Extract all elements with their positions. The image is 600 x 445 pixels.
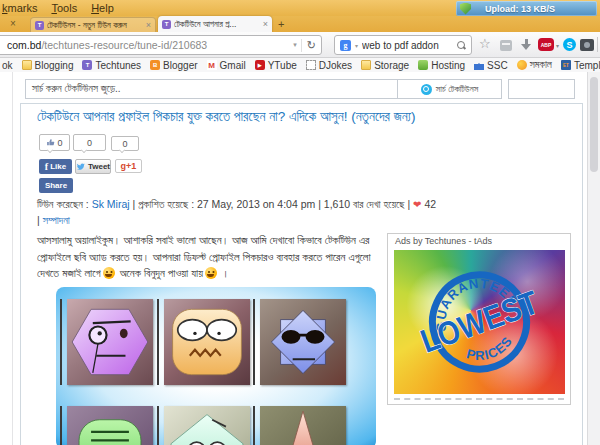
browser-window: kmarks Tools Help Upload: 13 KB/S × T টে… — [0, 0, 600, 445]
ad-banner-image[interactable]: GUARANTEED PRICES LOWEST — [394, 250, 565, 394]
bookmark-templates[interactable]: ETTemplates — [561, 60, 600, 71]
edit-link[interactable]: সম্পাদনা — [43, 214, 70, 226]
bookmark-label: YTube — [268, 60, 297, 71]
facebook-like-count: 0 — [39, 134, 70, 151]
bookmark-label: Hosting — [431, 60, 465, 71]
tweet-label: Tweet — [88, 162, 110, 171]
share-label: Share — [45, 181, 67, 190]
avatar-mint-pentagon — [164, 406, 250, 445]
bookmark-djokes[interactable]: DJokes — [306, 60, 352, 71]
article-container: টেকটিউনে আপনার প্রফাইল পিকচার যুক্ত করতে… — [20, 103, 583, 445]
new-tab-button[interactable]: + — [278, 18, 284, 30]
youtube-icon: ▶ — [255, 60, 265, 70]
site-search-button[interactable]: সার্চ টেকটিউনস — [397, 80, 501, 98]
search-input[interactable]: web to pdf addon — [362, 40, 453, 51]
hosting-icon — [418, 60, 428, 70]
bookmark-ssc[interactable]: SSC — [474, 60, 508, 71]
menu-bookmarks[interactable]: kmarks — [2, 2, 37, 14]
ads-header-label: Ads by Techtunes - tAds — [395, 236, 570, 246]
tweet-button[interactable]: Tweet — [75, 159, 111, 174]
bookmarks-bar: ok Blogging TTechtunes BBlogger MGmail ▶… — [0, 58, 600, 72]
avatar-star-sunglasses — [260, 299, 346, 385]
templates-icon: ET — [561, 60, 571, 70]
bookmark-techtunes[interactable]: TTechtunes — [82, 60, 141, 71]
url-bar[interactable]: com.bd /techtunes-resource/tune-id/21068… — [0, 35, 322, 55]
search-engine-dropdown-icon[interactable]: ▾ — [355, 42, 358, 49]
thumb-up-icon — [46, 138, 55, 147]
count-value: 0 — [57, 138, 62, 148]
toolbar-divider — [597, 37, 598, 52]
bookmark-label: Gmail — [220, 60, 246, 71]
avatar-hexagon-monocle — [67, 299, 153, 385]
facebook-like-button[interactable]: f Like — [39, 159, 72, 174]
plus-one-label: g+1 — [121, 161, 137, 171]
published-date: প্রকাশিত হয়েছে : 27 May, 2013 on 4:04 p… — [138, 198, 315, 210]
author-link[interactable]: Sk Miraj — [92, 198, 130, 210]
google-icon: g — [340, 40, 351, 51]
plus-one-count: 0 — [111, 136, 139, 151]
count-value: 0 — [87, 138, 92, 148]
avatar-worried-face — [164, 299, 250, 385]
bookmark-ok[interactable]: ok — [2, 60, 13, 71]
close-tab-icon[interactable]: × — [146, 20, 151, 30]
skype-icon[interactable]: S — [563, 38, 576, 51]
home-icon — [474, 64, 484, 70]
search-engine-box[interactable]: g ▾ web to pdf addon — [334, 35, 472, 55]
page-left-edge — [12, 72, 13, 445]
bookmark-label: Blogging — [35, 60, 74, 71]
count-value: 0 — [122, 139, 127, 149]
tab-profile-picture-tune[interactable]: T টেকটিউনে আপনার প্র... × — [158, 16, 272, 32]
close-tab-icon[interactable]: × — [10, 18, 16, 29]
dashed-box-icon — [306, 60, 316, 70]
bookmark-blogger[interactable]: BBlogger — [150, 60, 197, 71]
bookmark-label: DJokes — [319, 60, 352, 71]
history-archive-icon[interactable] — [500, 40, 512, 51]
header-side-box[interactable] — [508, 79, 575, 99]
bookmark-blogging[interactable]: Blogging — [22, 60, 74, 71]
site-search-bar[interactable]: সার্চ করুন টেকটিউনস জুড়ে.. সার্চ টেকটিউ… — [25, 79, 502, 99]
adblock-dropdown-icon[interactable]: ▾ — [556, 42, 559, 49]
google-plus-one-button[interactable]: g+1 — [115, 159, 142, 173]
bookmark-label: Techtunes — [95, 60, 141, 71]
reload-icon[interactable]: ↻ — [301, 39, 316, 52]
techtunes-icon: T — [82, 60, 92, 70]
folder-icon — [22, 60, 32, 70]
bookmark-gmail[interactable]: MGmail — [207, 60, 246, 71]
bookmark-label: Templates — [574, 60, 600, 71]
facebook-icon: f — [45, 161, 48, 172]
page-scrollbar[interactable] — [587, 72, 600, 445]
navigation-toolbar: com.bd /techtunes-resource/tune-id/21068… — [0, 32, 600, 58]
downloads-icon[interactable] — [521, 39, 532, 50]
facebook-share-button[interactable]: Share — [39, 178, 73, 193]
sidebar-ad-box: Ads by Techtunes - tAds GUARANTEED PRICE… — [387, 233, 571, 405]
tab-strip: × T টেকটিউনস - নতুন টিউন করুন × T টেকটিউ… — [0, 16, 600, 32]
search-icon[interactable] — [457, 41, 466, 50]
bookmark-hosting[interactable]: Hosting — [418, 60, 465, 71]
bookmark-ytube[interactable]: ▶YTube — [255, 60, 297, 71]
menu-tools[interactable]: Tools — [51, 2, 77, 14]
bookmark-somokal[interactable]: সমকাল — [517, 59, 552, 71]
scrollbar-thumb[interactable] — [590, 77, 598, 172]
site-search-button-label: সার্চ টেকটিউনস — [436, 84, 478, 95]
tab-new-tune[interactable]: T টেকটিউনস - নতুন টিউন করুন × — [30, 17, 156, 32]
url-dropdown-icon[interactable]: ▾ — [289, 41, 301, 49]
bookmark-label: Blogger — [163, 60, 197, 71]
bookmark-label: ok — [2, 60, 13, 71]
bookmark-storage[interactable]: Storage — [361, 60, 409, 71]
body-text: আসসালামু অয়ালাইকুম। আশাকরি সবাই ভালো আছ… — [37, 234, 371, 279]
bookmark-star-icon[interactable]: ☆ — [479, 37, 491, 50]
tweet-count: 0 — [73, 134, 106, 151]
url-path: /techtunes-resource/tune-id/210683 — [41, 39, 207, 51]
shield-icon — [460, 3, 471, 15]
screenshot-addon-icon[interactable] — [580, 39, 594, 51]
download-manager-upload-bar[interactable]: Upload: 13 KB/S — [456, 1, 597, 16]
close-tab-icon[interactable]: × — [263, 19, 268, 29]
heart-count: 42 — [424, 198, 436, 210]
heart-icon: ❤ — [413, 199, 421, 210]
upload-speed-label: Upload: 13 KB/S — [485, 4, 555, 14]
tune-image-avatars — [56, 287, 376, 445]
bookmark-label: Storage — [374, 60, 409, 71]
adblock-plus-icon[interactable]: ABP — [538, 38, 554, 51]
menu-help[interactable]: Help — [91, 2, 114, 14]
folder-icon — [361, 60, 371, 70]
